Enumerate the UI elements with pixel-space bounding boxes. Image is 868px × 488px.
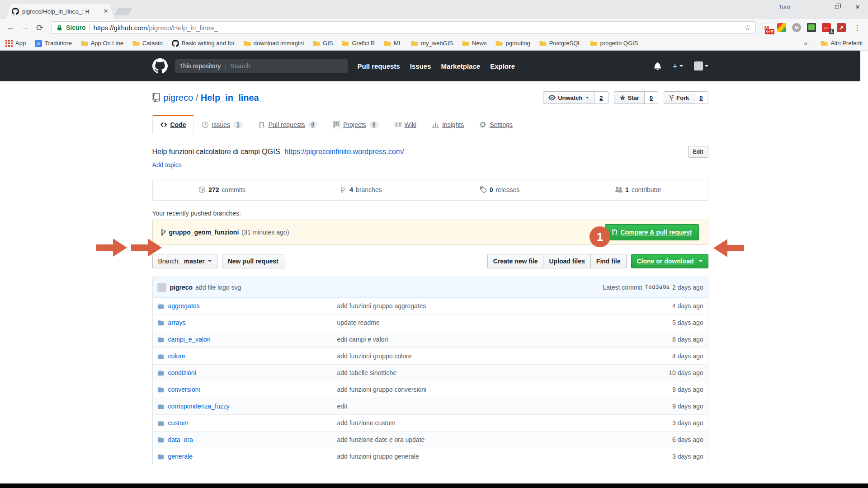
repo-tab[interactable]: Issues 1 bbox=[194, 115, 250, 134]
security-label[interactable]: Sicuro bbox=[66, 24, 86, 31]
github-nav-link[interactable]: Marketplace bbox=[441, 62, 480, 70]
file-name-link[interactable]: aggregates bbox=[168, 302, 200, 310]
fork-count[interactable]: 0 bbox=[694, 91, 708, 104]
notifications-bell-icon[interactable] bbox=[654, 62, 661, 70]
file-commit-message-link[interactable]: add funzioni gruppo generale bbox=[337, 453, 419, 460]
bookmark-item[interactable]: Grafici R bbox=[342, 40, 375, 47]
address-bar[interactable]: Sicuro https://github.com/pigreco/Help_i… bbox=[52, 21, 756, 34]
file-name-link[interactable]: generale bbox=[168, 453, 193, 460]
bookmark-item[interactable]: GIS bbox=[313, 40, 333, 47]
commit-sha-link[interactable]: fed3a0a bbox=[645, 284, 670, 291]
clone-or-download-button[interactable]: Clone or download bbox=[631, 254, 708, 268]
file-commit-message-link[interactable]: add funzioni gruppo colore bbox=[337, 352, 412, 360]
file-name-link[interactable]: corrispondenza_fuzzy bbox=[168, 403, 230, 410]
bookmark-item[interactable]: App bbox=[5, 40, 26, 47]
create-new-file-button[interactable]: Create new file bbox=[487, 254, 543, 268]
file-name-link[interactable]: conversioni bbox=[168, 386, 200, 393]
file-name-link[interactable]: custom bbox=[168, 419, 189, 427]
chrome-profile-name[interactable]: Totò bbox=[778, 4, 790, 10]
github-search-input[interactable]: This repository Search bbox=[175, 59, 348, 73]
bookmark-item[interactable]: News bbox=[462, 40, 487, 47]
file-commit-message-link[interactable]: edit bbox=[337, 403, 348, 410]
repo-stat[interactable]: 0 releases bbox=[430, 179, 569, 200]
file-commit-message-link[interactable]: add funzione custom bbox=[337, 419, 396, 427]
restore-button[interactable] bbox=[826, 0, 847, 14]
watch-count[interactable]: 2 bbox=[594, 91, 608, 104]
bookmark-star-icon[interactable]: ☆ bbox=[744, 23, 751, 33]
commit-author-link[interactable]: pigreco bbox=[170, 284, 193, 291]
upload-files-button[interactable]: Upload files bbox=[543, 254, 590, 268]
repo-stat[interactable]: 1 contributor bbox=[569, 179, 708, 200]
reload-button[interactable]: ⟳ bbox=[33, 21, 46, 34]
close-window-button[interactable]: ✕ bbox=[847, 0, 868, 14]
new-tab-button[interactable] bbox=[114, 8, 132, 15]
fork-button[interactable]: Fork bbox=[664, 91, 694, 104]
github-nav-link[interactable]: Pull requests bbox=[358, 62, 400, 70]
unwatch-button[interactable]: Unwatch bbox=[543, 91, 594, 104]
github-logo-icon[interactable] bbox=[152, 58, 168, 74]
repo-name-link[interactable]: Help_in_linea_ bbox=[201, 93, 264, 103]
star-count[interactable]: 0 bbox=[645, 91, 658, 104]
repo-tab[interactable]: Pull requests 0 bbox=[250, 115, 326, 134]
repo-stat[interactable]: 4 branches bbox=[292, 179, 430, 200]
repo-website-link[interactable]: https://pigrecoinfinito.wordpress.com/ bbox=[284, 148, 404, 156]
bookmark-item[interactable]: my_webGIS bbox=[411, 40, 453, 47]
repo-tab[interactable]: Wiki bbox=[387, 115, 424, 134]
commit-author-avatar[interactable] bbox=[157, 283, 166, 292]
compare-pull-request-button[interactable]: Compare & pull request bbox=[605, 224, 699, 240]
bookmark-item[interactable]: progetto QGIS bbox=[590, 40, 638, 47]
file-commit-message-link[interactable]: edit campi e valori bbox=[337, 336, 388, 343]
tab-close-icon[interactable]: ✕ bbox=[102, 8, 109, 15]
commit-message-link[interactable]: add file logo svg bbox=[195, 284, 241, 291]
bookmark-item[interactable]: ML bbox=[384, 40, 402, 47]
minimize-button[interactable] bbox=[806, 0, 826, 14]
bookmarks-overflow-chevron[interactable]: » bbox=[802, 39, 809, 47]
repo-tab[interactable]: Insights bbox=[424, 115, 472, 134]
create-new-dropdown[interactable]: + bbox=[672, 62, 683, 70]
new-pull-request-button[interactable]: New pull request bbox=[222, 254, 284, 268]
extension-button[interactable]: 1 bbox=[821, 22, 832, 33]
file-name-link[interactable]: data_ora bbox=[168, 436, 193, 443]
bookmark-item[interactable]: PostgreSQL bbox=[539, 40, 581, 47]
forward-button[interactable]: → bbox=[19, 21, 32, 34]
recent-branch-link[interactable]: gruppo_geom_funzioni bbox=[169, 229, 239, 236]
repo-stat[interactable]: 272 commits bbox=[153, 179, 292, 200]
file-commit-message-link[interactable]: add funzione date e ora update bbox=[337, 436, 425, 443]
bookmark-item[interactable]: Catasto bbox=[132, 40, 163, 47]
extension-button[interactable] bbox=[836, 22, 847, 33]
repo-tab[interactable]: Settings bbox=[472, 115, 520, 134]
file-commit-message-link[interactable]: update readme bbox=[337, 319, 380, 326]
extension-button[interactable] bbox=[791, 22, 802, 33]
file-name-link[interactable]: colore bbox=[168, 352, 185, 360]
file-name-link[interactable]: arrays bbox=[168, 319, 186, 326]
find-file-button[interactable]: Find file bbox=[590, 254, 627, 268]
repo-tab[interactable]: Projects 0 bbox=[325, 115, 386, 134]
chrome-menu-icon[interactable]: ⋮ bbox=[850, 23, 863, 33]
repo-owner-link[interactable]: pigreco bbox=[164, 93, 193, 103]
file-name-link[interactable]: campi_e_valori bbox=[168, 336, 211, 343]
extension-button[interactable]: 670 bbox=[761, 22, 772, 33]
other-bookmarks-folder[interactable]: Altri Preferiti bbox=[821, 40, 863, 47]
bookmark-item[interactable]: Basic writing and for bbox=[172, 40, 235, 47]
extension-button[interactable] bbox=[806, 22, 817, 33]
github-nav-link[interactable]: Explore bbox=[490, 62, 515, 70]
bookmark-item[interactable]: App On Line bbox=[81, 40, 123, 47]
bookmark-item[interactable]: download immagini bbox=[244, 40, 304, 47]
file-commit-message-link[interactable]: add funzioni gruppo aggregates bbox=[337, 302, 426, 310]
branch-selector-button[interactable]: Branch: master bbox=[152, 254, 217, 268]
edit-button[interactable]: Edit bbox=[688, 146, 708, 158]
file-name-link[interactable]: condizioni bbox=[168, 369, 196, 376]
bookmark-item[interactable]: pgrouting bbox=[495, 40, 530, 47]
back-button[interactable]: ← bbox=[5, 21, 17, 34]
extension-button[interactable] bbox=[776, 22, 787, 33]
bookmark-item[interactable]: Traduttore bbox=[35, 40, 72, 47]
github-nav-link[interactable]: Issues bbox=[410, 62, 431, 70]
repo-tab[interactable]: Code bbox=[152, 115, 194, 134]
user-avatar-dropdown[interactable] bbox=[694, 61, 708, 70]
url-text[interactable]: https://github.com/pigreco/Help_in_linea… bbox=[94, 24, 741, 32]
file-commit-message-link[interactable]: add funzioni gruppo conversioni bbox=[337, 386, 427, 393]
add-topics-link[interactable]: Add topics bbox=[152, 161, 182, 169]
browser-tab[interactable]: pigreco/Help_in_linea_: H ✕ bbox=[6, 4, 114, 19]
file-commit-message-link[interactable]: add tabelle sinottiche bbox=[337, 369, 397, 376]
star-button[interactable]: Star bbox=[614, 91, 645, 104]
